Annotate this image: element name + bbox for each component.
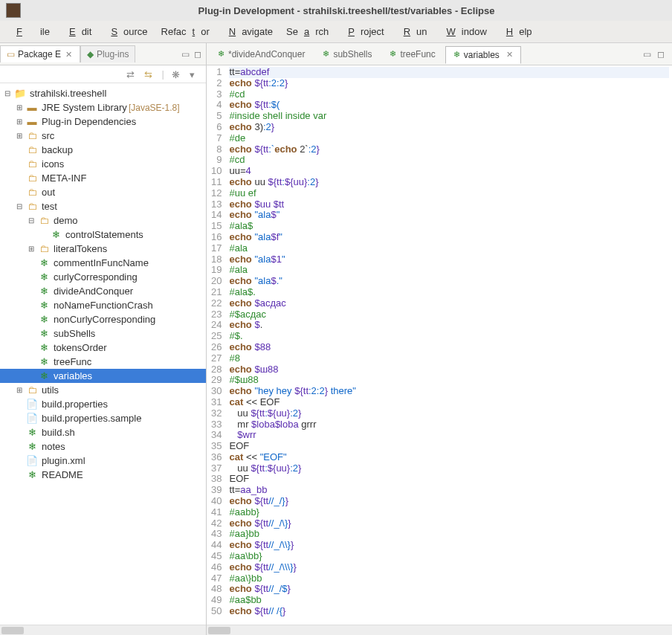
tab-package-explorer[interactable]: ▭ Package E ✕ (0, 45, 80, 62)
tree-file-icon: ❄ (26, 428, 38, 438)
titlebar: Plug-in Development - strahilski.treeshe… (0, 0, 672, 21)
tree-demo[interactable]: ⊟🗀demo (0, 213, 206, 228)
tree-buildpropsample[interactable]: 📄build.properties.sample (0, 411, 206, 425)
window-title: Plug-in Development - strahilski.treeshe… (27, 5, 666, 16)
tree-src[interactable]: ⊞🗀src (0, 129, 206, 143)
folder-icon: 🗀 (26, 159, 38, 170)
tree-file-icon: ❄ (38, 371, 50, 381)
tree-file-icon: ❄ (26, 442, 38, 452)
editor-tab-variables[interactable]: ❄variables✕ (445, 46, 521, 64)
menu-refactor[interactable]: Refactor (155, 24, 216, 39)
collapse-icon[interactable]: ⇄ (126, 69, 137, 80)
tree-literaltokens[interactable]: ⊞🗀literalTokens (0, 242, 206, 256)
folder-icon: 🗀 (26, 173, 38, 184)
tree-noname[interactable]: ❄noNameFunctionCrash (0, 298, 206, 312)
menubar: File Edit Source Refactor Navigate Searc… (0, 21, 672, 43)
minimize-icon[interactable]: ▭ (181, 49, 190, 59)
code-area[interactable]: tt=abcdefecho ${tt:2:2}#cdecho ${tt:$(#i… (226, 65, 672, 625)
tree-readme[interactable]: ❄README (0, 468, 206, 482)
menu-project[interactable]: Project (336, 24, 390, 39)
tree-file-icon: ❄ (218, 49, 224, 59)
tab-label: Package E (18, 49, 61, 59)
tree-root[interactable]: ⊟📁strahilski.treeshell (0, 86, 206, 100)
plugin-icon: ◆ (87, 49, 94, 59)
filter-icon[interactable]: ❋ (172, 69, 182, 80)
tree-backup[interactable]: 🗀backup (0, 143, 206, 157)
menu-file[interactable]: File (4, 24, 56, 39)
tree-buildprop[interactable]: 📄build.properties (0, 397, 206, 411)
tree-file-icon: ❄ (38, 329, 50, 339)
tree-utils[interactable]: ⊞🗀utils (0, 383, 206, 397)
tree-curly[interactable]: ❄curlyCorresponding (0, 270, 206, 284)
tree-file-icon: ❄ (453, 50, 460, 59)
package-folder-icon: 🗀 (26, 131, 38, 141)
minimize-icon[interactable]: ▭ (643, 49, 651, 59)
horizontal-scrollbar[interactable] (0, 625, 206, 635)
tree-file-icon: ❄ (390, 49, 396, 59)
tree-file-icon: ❄ (38, 300, 50, 311)
project-tree: ⊟📁strahilski.treeshell ⊞▬JRE System Libr… (0, 83, 206, 625)
tree-controlstmts[interactable]: ❄controlStatements (0, 228, 206, 242)
editor-tab-divide[interactable]: ❄*divideAndConquer (210, 45, 313, 63)
folder-icon: 🗀 (38, 216, 50, 226)
menu-navigate[interactable]: Navigate (217, 24, 279, 39)
tree-pluginxml[interactable]: 📄plugin.xml (0, 454, 206, 468)
tree-subshells[interactable]: ❄subShells (0, 326, 206, 341)
app-icon (6, 3, 21, 18)
tree-tokensorder[interactable]: ❄tokensOrder (0, 341, 206, 355)
editor-tab-subshells[interactable]: ❄subShells (314, 45, 380, 63)
folder-icon: 🗀 (26, 145, 38, 155)
menu-help[interactable]: Help (494, 24, 538, 39)
tree-divide[interactable]: ❄divideAndConquer (0, 284, 206, 298)
tree-test[interactable]: ⊟🗀test (0, 199, 206, 213)
tree-noncurly[interactable]: ❄nonCurlyCorresponding (0, 312, 206, 326)
package-icon: ▭ (7, 49, 15, 59)
menu-edit[interactable]: Edit (57, 24, 97, 39)
tree-variables[interactable]: ❄variables (0, 369, 206, 383)
tree-file-icon: ❄ (38, 343, 50, 353)
file-icon: 📄 (26, 399, 38, 410)
tree-jre[interactable]: ⊞▬JRE System Library [JavaSE-1.8] (0, 100, 206, 115)
menu-icon[interactable]: ▾ (190, 69, 200, 80)
folder-icon: 🗀 (26, 385, 38, 396)
tree-plugindep[interactable]: ⊞▬Plug-in Dependencies (0, 115, 206, 129)
library-icon: ▬ (26, 117, 38, 127)
maximize-icon[interactable]: ◻ (194, 49, 201, 59)
tree-metainf[interactable]: 🗀META-INF (0, 171, 206, 185)
tree-out[interactable]: 🗀out (0, 185, 206, 199)
tree-file-icon: ❄ (38, 357, 50, 367)
maximize-icon[interactable]: ◻ (657, 49, 665, 59)
menu-window[interactable]: Window (435, 24, 493, 39)
project-icon: 📁 (14, 88, 26, 99)
tree-notes[interactable]: ❄notes (0, 439, 206, 454)
left-tabs: ▭ Package E ✕ ◆ Plug-ins ▭ ◻ (0, 43, 206, 65)
tree-buildsh[interactable]: ❄build.sh (0, 425, 206, 439)
folder-icon: 🗀 (38, 244, 50, 254)
editor-tabs: ❄*divideAndConquer ❄subShells ❄treeFunc … (207, 43, 672, 65)
tree-file-icon: ❄ (38, 315, 50, 325)
horizontal-scrollbar[interactable] (207, 625, 672, 635)
tree-icons[interactable]: 🗀icons (0, 157, 206, 171)
tab-plugins[interactable]: ◆ Plug-ins (80, 45, 135, 62)
line-gutter: 1234567891011121314151617181920212223242… (207, 65, 226, 625)
tree-file-icon: ❄ (50, 230, 62, 240)
tree-file-icon: ❄ (323, 49, 329, 59)
tree-commentinfunc[interactable]: ❄commentInFuncName (0, 256, 206, 270)
link-icon[interactable]: ⇆ (144, 69, 155, 80)
editor-tab-treefunc[interactable]: ❄treeFunc (381, 45, 443, 63)
tree-file-icon: ❄ (38, 272, 50, 283)
menu-search[interactable]: Search (280, 24, 335, 39)
library-icon: ▬ (26, 103, 38, 113)
package-toolbar: ⇄ ⇆ | ❋ ▾ (0, 65, 206, 83)
menu-source[interactable]: Source (99, 24, 153, 39)
tree-file-icon: ❄ (26, 470, 38, 480)
tree-file-icon: ❄ (38, 286, 50, 297)
close-icon[interactable]: ✕ (506, 50, 513, 59)
folder-icon: 🗀 (26, 187, 38, 198)
tree-file-icon: ❄ (38, 258, 50, 268)
tree-treefunc[interactable]: ❄treeFunc (0, 355, 206, 369)
code-editor[interactable]: 1234567891011121314151617181920212223242… (207, 65, 672, 625)
folder-icon: 🗀 (26, 202, 38, 212)
menu-run[interactable]: Run (392, 24, 433, 39)
close-icon[interactable]: ✕ (64, 50, 74, 59)
